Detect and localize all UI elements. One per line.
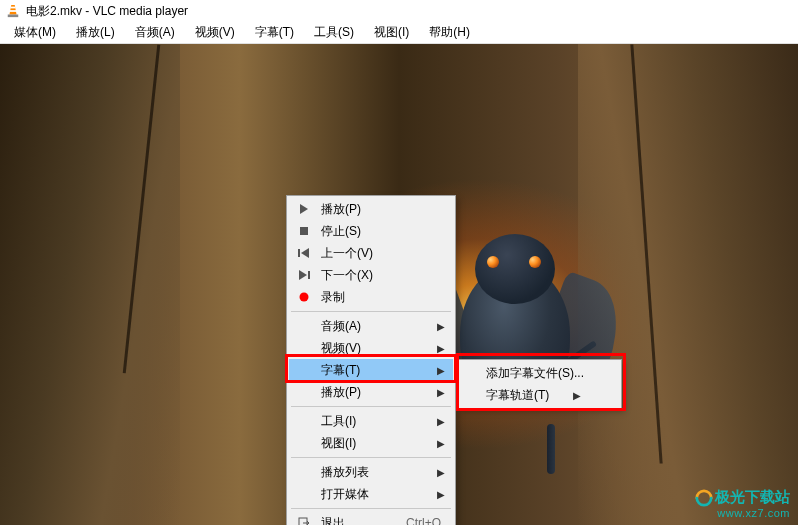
menu-tools[interactable]: 工具(S) — [304, 22, 364, 43]
context-previous[interactable]: 上一个(V) — [289, 242, 453, 264]
vlc-icon — [6, 4, 20, 18]
menu-separator — [291, 457, 451, 458]
context-view-label: 视图(I) — [315, 435, 435, 452]
context-tools[interactable]: 工具(I) ▶ — [289, 410, 453, 432]
context-previous-label: 上一个(V) — [315, 245, 435, 262]
context-open-media-label: 打开媒体 — [315, 486, 435, 503]
context-quit-shortcut: Ctrl+Q — [406, 516, 445, 525]
record-icon — [293, 292, 315, 302]
svg-rect-1 — [10, 10, 16, 12]
video-area[interactable]: 播放(P) 停止(S) 上一个(V) 下一个(X) — [0, 44, 798, 525]
context-play-label: 播放(P) — [315, 201, 435, 218]
submenu-arrow-icon: ▶ — [435, 489, 445, 500]
submenu-arrow-icon: ▶ — [435, 416, 445, 427]
menu-bar: 媒体(M) 播放(L) 音频(A) 视频(V) 字幕(T) 工具(S) 视图(I… — [0, 22, 798, 44]
exit-icon — [293, 517, 315, 525]
context-quit-label: 退出 — [315, 515, 406, 526]
context-stop-label: 停止(S) — [315, 223, 435, 240]
context-stop[interactable]: 停止(S) — [289, 220, 453, 242]
context-next-label: 下一个(X) — [315, 267, 435, 284]
menu-audio[interactable]: 音频(A) — [125, 22, 185, 43]
title-bar: 电影2.mkv - VLC media player — [0, 0, 798, 22]
svg-rect-0 — [10, 7, 15, 9]
submenu-arrow-icon: ▶ — [567, 390, 581, 401]
context-open-media[interactable]: 打开媒体 ▶ — [289, 483, 453, 505]
submenu-add-subtitle-label: 添加字幕文件(S)... — [486, 365, 584, 382]
menu-separator — [291, 406, 451, 407]
previous-icon — [293, 248, 315, 258]
context-record[interactable]: 录制 — [289, 286, 453, 308]
context-video-label: 视频(V) — [315, 340, 435, 357]
submenu-arrow-icon: ▶ — [435, 387, 445, 398]
context-audio[interactable]: 音频(A) ▶ — [289, 315, 453, 337]
svg-rect-5 — [308, 271, 310, 279]
submenu-arrow-icon: ▶ — [435, 467, 445, 478]
context-next[interactable]: 下一个(X) — [289, 264, 453, 286]
submenu-add-subtitle-file[interactable]: 添加字幕文件(S)... — [460, 362, 619, 384]
submenu-arrow-icon: ▶ — [435, 365, 445, 376]
svg-rect-3 — [300, 227, 308, 235]
context-subtitle-label: 字幕(T) — [315, 362, 435, 379]
menu-separator — [291, 311, 451, 312]
subtitle-submenu: 添加字幕文件(S)... 字幕轨道(T) ▶ — [457, 359, 622, 409]
submenu-subtitle-track[interactable]: 字幕轨道(T) ▶ — [460, 384, 619, 406]
window-title: 电影2.mkv - VLC media player — [26, 3, 188, 20]
context-tools-label: 工具(I) — [315, 413, 435, 430]
menu-subtitle[interactable]: 字幕(T) — [245, 22, 304, 43]
next-icon — [293, 270, 315, 280]
context-quit[interactable]: 退出 Ctrl+Q — [289, 512, 453, 525]
menu-playback[interactable]: 播放(L) — [66, 22, 125, 43]
svg-point-6 — [300, 293, 309, 302]
submenu-arrow-icon: ▶ — [435, 438, 445, 449]
video-frame-rock-right — [578, 44, 798, 525]
context-play[interactable]: 播放(P) — [289, 198, 453, 220]
menu-media[interactable]: 媒体(M) — [4, 22, 66, 43]
context-playlist-label: 播放列表 — [315, 464, 435, 481]
context-playback-label: 播放(P) — [315, 384, 435, 401]
context-view[interactable]: 视图(I) ▶ — [289, 432, 453, 454]
submenu-subtitle-track-label: 字幕轨道(T) — [486, 387, 549, 404]
submenu-arrow-icon: ▶ — [435, 321, 445, 332]
context-video[interactable]: 视频(V) ▶ — [289, 337, 453, 359]
menu-video[interactable]: 视频(V) — [185, 22, 245, 43]
play-icon — [293, 204, 315, 214]
stop-icon — [293, 226, 315, 236]
context-playlist[interactable]: 播放列表 ▶ — [289, 461, 453, 483]
menu-help[interactable]: 帮助(H) — [419, 22, 480, 43]
context-playback[interactable]: 播放(P) ▶ — [289, 381, 453, 403]
video-frame-rock-left — [0, 44, 180, 525]
menu-separator — [291, 508, 451, 509]
submenu-arrow-icon: ▶ — [435, 343, 445, 354]
context-subtitle[interactable]: 字幕(T) ▶ — [289, 359, 453, 381]
menu-view[interactable]: 视图(I) — [364, 22, 419, 43]
context-menu: 播放(P) 停止(S) 上一个(V) 下一个(X) — [286, 195, 456, 525]
svg-rect-4 — [298, 249, 300, 257]
context-record-label: 录制 — [315, 289, 435, 306]
svg-rect-7 — [299, 518, 307, 525]
svg-rect-2 — [8, 15, 19, 18]
context-audio-label: 音频(A) — [315, 318, 435, 335]
